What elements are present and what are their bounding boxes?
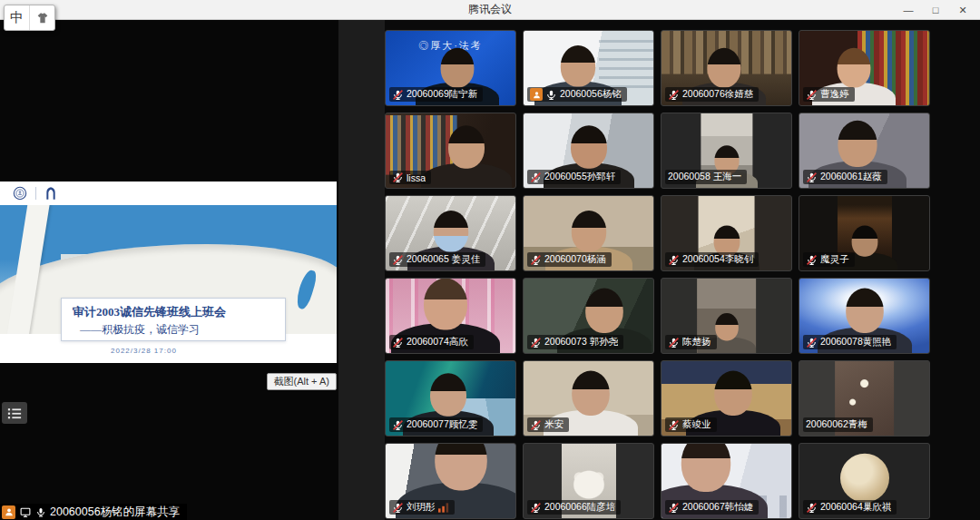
- mic-muted-icon: [392, 419, 404, 431]
- participant-tile[interactable]: 20060056杨铭: [523, 30, 654, 106]
- mic-muted-icon: [668, 254, 680, 266]
- participant-list-toggle-button[interactable]: [2, 402, 27, 424]
- mic-muted-icon: [392, 502, 404, 514]
- participant-tile[interactable]: 20060065 姜灵佳: [385, 195, 516, 271]
- participant-name: 20060056杨铭: [560, 88, 622, 101]
- participant-name-bar: 20060062青梅: [803, 417, 873, 432]
- participant-tile[interactable]: 20060054李晓钊: [661, 195, 792, 271]
- participant-tile[interactable]: 曹逸婷: [799, 30, 930, 106]
- participant-tile[interactable]: 20060076徐婧慈: [661, 30, 792, 106]
- profile-avatar: [840, 454, 889, 503]
- participant-tile[interactable]: 魔灵子: [799, 195, 930, 271]
- participant-tile[interactable]: 20060077顾忆雯: [385, 360, 516, 437]
- person-head: [573, 371, 611, 416]
- presentation-slide: 审计2003诚信先锋班线上班会 ——积极抗疫，诚信学习 2022/3/28 17…: [0, 182, 337, 363]
- participant-tile[interactable]: 米安: [523, 360, 654, 437]
- participant-tile[interactable]: 20060066陆彦培: [523, 443, 654, 519]
- participant-tile[interactable]: 20060062青梅: [799, 360, 930, 437]
- video-grid-panel: ◎厚大·法考20060069陆宁新20060056杨铭20060076徐婧慈曹逸…: [338, 20, 980, 520]
- participant-tile[interactable]: lissa: [385, 113, 516, 189]
- participant-name: 20060058 王海一: [668, 171, 741, 183]
- mic-icon: [35, 506, 46, 518]
- slide-title-line2: ——积极抗疫，诚信学习: [73, 322, 285, 338]
- participant-grid: ◎厚大·法考20060069陆宁新20060056杨铭20060076徐婧慈曹逸…: [385, 30, 930, 519]
- participant-name-bar: 曹逸婷: [803, 87, 855, 102]
- presenter-badge-icon: [530, 88, 543, 101]
- participant-name-bar: 20060066陆彦培: [527, 500, 621, 515]
- participant-tile[interactable]: 20060078黄照艳: [799, 278, 930, 354]
- participant-name: 20060064巢欣祺: [820, 501, 891, 514]
- participant-tile[interactable]: 20060067韩怡婕: [661, 443, 792, 519]
- screen-share-icon: [19, 506, 32, 518]
- participant-tile[interactable]: 20060055孙郅轩: [523, 113, 654, 189]
- participant-name: 20060078黄照艳: [820, 336, 891, 348]
- person-head: [838, 48, 871, 88]
- slide-title-box: 审计2003诚信先锋班线上班会 ——积极抗疫，诚信学习: [61, 298, 286, 341]
- mic-muted-icon: [668, 89, 680, 101]
- mic-icon: [545, 89, 557, 101]
- participant-name-bar: 20060065 姜灵佳: [389, 252, 485, 267]
- participant-name-bar: 20060074高欣: [389, 335, 474, 349]
- participant-name: 曹逸婷: [820, 88, 849, 101]
- minimize-button[interactable]: —: [895, 0, 922, 20]
- screen-share-view: 审计2003诚信先锋班线上班会 ——积极抗疫，诚信学习 2022/3/28 17…: [0, 20, 338, 520]
- participant-tile[interactable]: 20060064巢欣祺: [799, 443, 930, 519]
- participant-name-bar: 蔡竣业: [665, 417, 717, 432]
- person-head: [430, 373, 466, 417]
- participant-tile[interactable]: 20060073 郭孙尧: [523, 278, 654, 354]
- participant-name: 20060055孙郅轩: [544, 171, 615, 183]
- mic-muted-icon: [806, 502, 818, 514]
- mic-muted-icon: [530, 254, 542, 266]
- participant-name: 20060077顾忆雯: [407, 418, 477, 431]
- participant-tile[interactable]: 20060074高欣: [385, 278, 516, 354]
- mic-muted-icon: [392, 89, 404, 101]
- participant-name-bar: 20060076徐婧慈: [665, 87, 759, 102]
- participant-name: 20060061赵薇: [820, 171, 882, 183]
- participant-name-bar: 20060073 郭孙尧: [527, 335, 623, 349]
- participant-name-bar: 20060055孙郅轩: [527, 170, 621, 184]
- mic-muted-icon: [806, 89, 818, 101]
- participant-name: 20060069陆宁新: [407, 88, 477, 101]
- mic-muted-icon: [806, 337, 818, 348]
- mic-muted-icon: [806, 172, 818, 183]
- participant-name-bar: 米安: [527, 417, 569, 432]
- window-controls: — □ ✕: [895, 0, 976, 20]
- participant-tile[interactable]: 20060058 王海一: [661, 113, 792, 189]
- participant-tile[interactable]: 陈楚扬: [661, 278, 792, 354]
- share-status-bar: 20060056杨铭的屏幕共享: [0, 504, 187, 520]
- mic-muted-icon: [806, 254, 818, 266]
- participant-name-bar: 20060069陆宁新: [389, 87, 483, 102]
- person-head: [571, 125, 607, 169]
- shirt-icon: [35, 11, 50, 25]
- participant-name-bar: 20060067韩怡婕: [665, 500, 759, 515]
- participant-name: 蔡竣业: [682, 418, 711, 431]
- slide-datetime: 2022/3/28 17:00: [111, 347, 177, 355]
- maximize-button[interactable]: □: [922, 0, 949, 20]
- ime-skin-button[interactable]: [29, 5, 54, 30]
- screenshot-button[interactable]: 截图(Alt + A): [267, 373, 337, 390]
- person-head: [846, 289, 884, 333]
- title-bar: 腾讯会议 — □ ✕: [0, 0, 980, 20]
- participant-name: lissa: [407, 172, 426, 183]
- participant-name: 米安: [544, 418, 564, 431]
- participant-name: 陈楚扬: [682, 336, 711, 348]
- person-head: [838, 121, 877, 167]
- ime-lang-button[interactable]: 中: [5, 5, 29, 30]
- participant-tile[interactable]: 蔡竣业: [661, 360, 792, 437]
- participant-name-bar: 20060058 王海一: [665, 170, 747, 184]
- participant-tile[interactable]: 20060070杨涵: [523, 195, 654, 271]
- university-seal-icon: [13, 186, 27, 201]
- participant-tile[interactable]: ◎厚大·法考20060069陆宁新: [385, 30, 516, 106]
- mic-muted-icon: [668, 502, 680, 514]
- participant-name: 20060054李晓钊: [682, 253, 753, 266]
- participant-tile[interactable]: 20060061赵薇: [799, 113, 930, 189]
- close-button[interactable]: ✕: [949, 0, 976, 20]
- participant-name: 20060065 姜灵佳: [407, 253, 480, 266]
- person-head: [851, 226, 877, 257]
- participant-name-bar: 20060056杨铭: [527, 87, 627, 102]
- participant-tile[interactable]: 刘玥彤: [385, 443, 516, 519]
- logo-divider: [35, 187, 36, 200]
- participant-name-bar: lissa: [389, 171, 431, 184]
- mic-muted-icon: [668, 337, 680, 348]
- participant-name: 20060076徐婧慈: [682, 88, 753, 101]
